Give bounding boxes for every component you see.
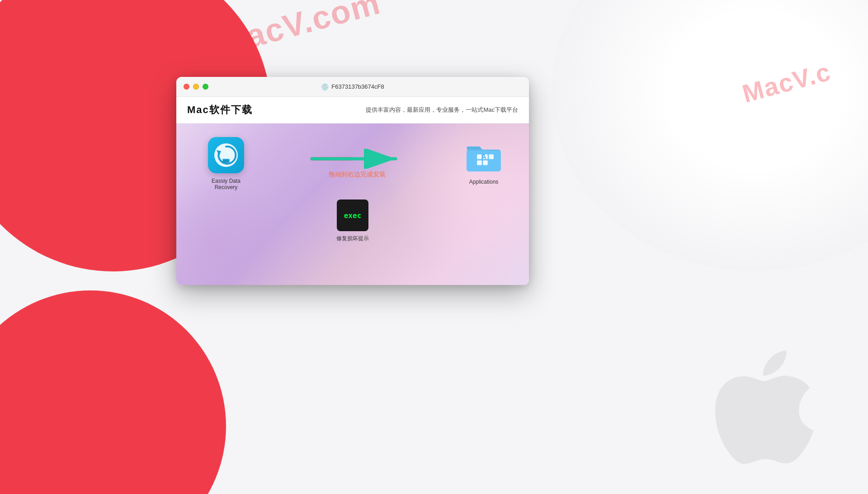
exec-icon: exec bbox=[337, 200, 368, 231]
folder-icon-wrap: A Applications bbox=[466, 142, 502, 185]
drag-row: Eassiy Data Recovery bbox=[176, 137, 529, 190]
tagline: 提供丰富内容，最新应用，专业服务，一站式Mac下载平台 bbox=[366, 106, 518, 114]
macos-window: 💿 F6373137b3674cF8 Mac软件下载 提供丰富内容，最新应用，专… bbox=[176, 77, 529, 285]
window-title: F6373137b3674cF8 bbox=[331, 83, 384, 90]
recovery-icon bbox=[213, 142, 239, 168]
window-title-area: 💿 F6373137b3674cF8 bbox=[321, 83, 384, 90]
apple-logo-icon bbox=[696, 349, 814, 485]
app-icon bbox=[208, 137, 244, 173]
svg-rect-14 bbox=[483, 160, 488, 165]
install-blob2 bbox=[176, 176, 285, 285]
maximize-button[interactable] bbox=[203, 84, 208, 90]
arrow-area: 拖动到右边完成安装 bbox=[249, 149, 466, 179]
minimize-button[interactable] bbox=[193, 84, 199, 90]
app-label: Eassiy Data Recovery bbox=[203, 178, 249, 190]
exec-text: exec bbox=[344, 211, 362, 220]
svg-rect-13 bbox=[477, 160, 482, 165]
svg-rect-12 bbox=[489, 154, 494, 159]
drag-arrow-svg bbox=[307, 149, 407, 169]
window-body: Mac软件下载 提供丰富内容，最新应用，专业服务，一站式Mac下载平台 bbox=[176, 97, 529, 285]
title-bar: 💿 F6373137b3674cF8 bbox=[176, 77, 529, 97]
close-button[interactable] bbox=[184, 84, 189, 90]
exec-wrap: exec 修复损坏提示 bbox=[336, 200, 369, 242]
svg-point-4 bbox=[222, 160, 230, 163]
svg-text:A: A bbox=[481, 153, 486, 161]
drag-text: 拖动到右边完成安装 bbox=[329, 171, 386, 179]
exec-label: 修复损坏提示 bbox=[336, 235, 369, 242]
install-area: Eassiy Data Recovery bbox=[176, 124, 529, 285]
applications-folder-icon: A bbox=[466, 142, 502, 174]
app-name: Mac软件下载 bbox=[187, 103, 253, 117]
window-header: Mac软件下载 提供丰富内容，最新应用，专业服务，一站式Mac下载平台 bbox=[176, 97, 529, 124]
traffic-lights bbox=[176, 84, 208, 90]
disk-icon: 💿 bbox=[321, 83, 329, 90]
bottom-row: exec 修复损坏提示 bbox=[336, 200, 369, 242]
folder-label: Applications bbox=[469, 179, 499, 185]
app-icon-wrap: Eassiy Data Recovery bbox=[203, 137, 249, 190]
